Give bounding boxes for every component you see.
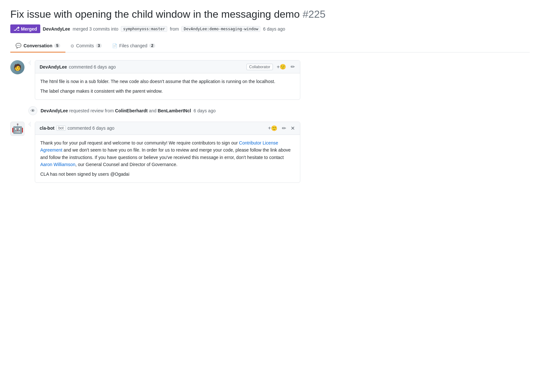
eye-icon: 👁 xyxy=(31,108,35,113)
comment-time-1: commented 6 days ago xyxy=(69,64,116,70)
comment-devandylee: 🧑 DevAndyLee commented 6 days ago Collab… xyxy=(10,60,300,100)
comment-author-1[interactable]: DevAndyLee xyxy=(40,64,67,70)
comment-body-2: Thank you for your pull request and welc… xyxy=(35,135,300,182)
comment-header-right-1: Collaborator +🙂 ✏ xyxy=(246,63,295,70)
comment-card-1: DevAndyLee commented 6 days ago Collabor… xyxy=(35,60,300,100)
timeline-time: 6 days ago xyxy=(194,108,216,113)
pencil-icon-1: ✏ xyxy=(291,64,295,70)
comment-time-2: commented 6 days ago xyxy=(68,126,115,131)
tab-commits[interactable]: ⊙ Commits 3 xyxy=(65,40,107,52)
tab-conversation[interactable]: 💬 Conversation 5 xyxy=(10,40,65,52)
tab-files-changed[interactable]: 📄 Files changed 2 xyxy=(107,40,160,52)
avatar-clabot: 🤖 xyxy=(10,122,24,136)
comment-header-left-2: cla-bot bot commented 6 days ago xyxy=(40,126,114,131)
comment-body-line-2: The label change makes it consistent wit… xyxy=(40,88,295,95)
comment-header-left-1: DevAndyLee commented 6 days ago xyxy=(40,64,116,70)
tab-conversation-count: 5 xyxy=(54,43,60,48)
tab-conversation-label: Conversation xyxy=(24,43,52,48)
timeline-event-review: 👁 DevAndyLee requested review from Colin… xyxy=(28,105,300,117)
tab-files-changed-label: Files changed xyxy=(119,43,147,48)
edit-button-2[interactable]: ✏ xyxy=(281,125,287,132)
merged-badge: ⎇ Merged xyxy=(10,24,40,33)
source-branch[interactable]: DevAndyLee:demo-messaging-window xyxy=(181,26,260,32)
cla-link[interactable]: Contributor License Agreement xyxy=(40,140,278,153)
comment-author-2[interactable]: cla-bot xyxy=(40,126,54,131)
timeline-and: and xyxy=(149,108,158,113)
close-button-2[interactable]: ✕ xyxy=(290,125,295,132)
target-branch[interactable]: symphonyoss:master xyxy=(121,26,167,32)
files-changed-icon: 📄 xyxy=(112,43,117,48)
timeline-event-text: DevAndyLee requested review from ColinEb… xyxy=(41,108,216,113)
aaron-link[interactable]: Aaron Williamson xyxy=(40,162,75,167)
pr-title-text: Fix issue with opening the child window … xyxy=(10,8,300,20)
pr-number: #225 xyxy=(303,8,325,20)
pencil-icon-2: ✏ xyxy=(282,125,286,131)
comment-header-2: cla-bot bot commented 6 days ago +🙂 ✏ ✕ xyxy=(35,122,300,135)
avatar-devandylee: 🧑 xyxy=(10,60,24,74)
comment-body-line-1: The html file is now in a sub folder. Th… xyxy=(40,78,295,85)
comment-header-1: DevAndyLee commented 6 days ago Collabor… xyxy=(35,61,300,73)
edit-button-1[interactable]: ✏ xyxy=(290,63,295,70)
timeline: 🧑 DevAndyLee commented 6 days ago Collab… xyxy=(10,60,300,183)
pr-tabs: 💬 Conversation 5 ⊙ Commits 3 📄 Files cha… xyxy=(10,40,530,52)
collaborator-badge: Collaborator xyxy=(246,64,273,70)
comment-clabot: 🤖 cla-bot bot commented 6 days ago +🙂 ✏ xyxy=(10,122,300,183)
conversation-icon: 💬 xyxy=(15,43,22,49)
comment-body-text-2a: Thank you for your pull request and welc… xyxy=(40,139,295,168)
comment-triangle xyxy=(28,60,31,65)
eye-icon-container: 👁 xyxy=(28,106,37,115)
tab-commits-count: 3 xyxy=(96,43,102,48)
add-reaction-button-1[interactable]: +🙂 xyxy=(276,63,287,70)
bot-face-icon: 🤖 xyxy=(12,124,24,134)
smile-icon-2: 🙂 xyxy=(271,125,277,131)
pr-meta: ⎇ Merged DevAndyLee merged 3 commits int… xyxy=(10,24,530,33)
comment-header-right-2: +🙂 ✏ ✕ xyxy=(267,125,295,132)
bot-label: bot xyxy=(56,126,66,131)
timeline-actor[interactable]: DevAndyLee xyxy=(41,108,68,113)
timeline-action: requested review from xyxy=(69,108,115,113)
pr-author[interactable]: DevAndyLee xyxy=(43,26,70,32)
merged-label: Merged xyxy=(21,26,37,32)
plus-icon-1: + xyxy=(277,64,280,70)
pr-action: merged 3 commits into xyxy=(73,26,119,32)
merge-icon: ⎇ xyxy=(14,26,19,32)
comment-triangle-2 xyxy=(28,122,31,127)
add-reaction-button-2[interactable]: +🙂 xyxy=(267,125,278,132)
commits-icon: ⊙ xyxy=(71,43,74,48)
comment-body-text-2b: CLA has not been signed by users @Ogadai xyxy=(40,171,295,178)
pr-title: Fix issue with opening the child window … xyxy=(10,8,530,21)
reviewer-1[interactable]: ColinEberhardt xyxy=(115,108,148,113)
reviewer-2[interactable]: BenLambertNcl xyxy=(158,108,191,113)
plus-icon-2: + xyxy=(268,125,271,131)
smile-icon-1: 🙂 xyxy=(280,64,286,70)
from-text: from xyxy=(170,26,179,32)
close-icon-2: ✕ xyxy=(291,125,295,131)
tab-commits-label: Commits xyxy=(76,43,94,48)
avatar-icon: 🧑 xyxy=(14,63,22,71)
comment-body-1: The html file is now in a sub folder. Th… xyxy=(35,73,300,99)
comment-card-2: cla-bot bot commented 6 days ago +🙂 ✏ ✕ xyxy=(35,122,300,183)
tab-files-changed-count: 2 xyxy=(149,43,155,48)
pr-time: 6 days ago xyxy=(263,26,285,32)
